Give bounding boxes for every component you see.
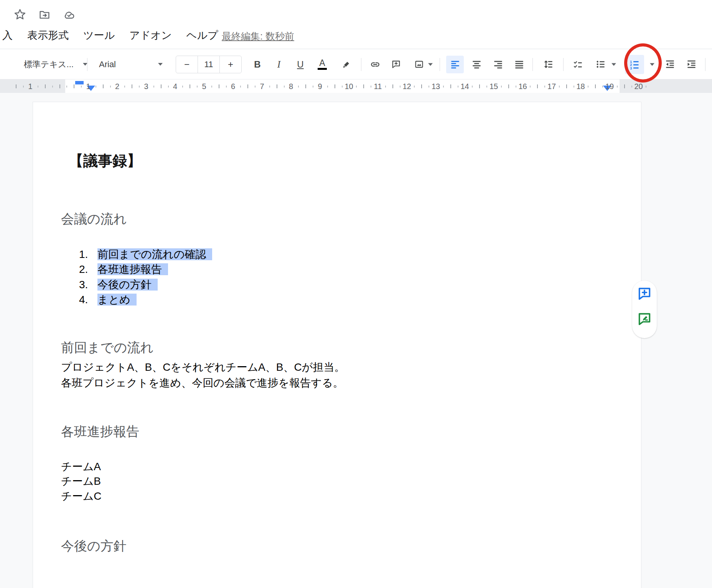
add-comment-side-button[interactable] <box>636 285 653 302</box>
menu-help[interactable]: ヘルプ <box>186 28 218 42</box>
ruler-number: 6 <box>231 79 235 93</box>
ruler-tick <box>59 84 60 88</box>
bulleted-list-chevron-icon[interactable] <box>611 63 616 66</box>
heading-future-policy[interactable]: 今後の方針 <box>61 537 127 555</box>
list-item[interactable]: 2.各班進捗報告 <box>79 262 168 277</box>
list-item[interactable]: 3.今後の方針 <box>79 277 158 292</box>
suggest-edit-side-button[interactable] <box>636 311 653 327</box>
team-line[interactable]: チームB <box>61 474 101 489</box>
list-number: 2. <box>79 263 97 276</box>
menu-insert-partial[interactable]: 入 <box>2 28 13 42</box>
text-color-button[interactable]: A <box>314 56 331 73</box>
checklist-icon <box>573 59 583 69</box>
align-center-button[interactable] <box>468 56 485 73</box>
decrease-font-size-button[interactable]: − <box>176 56 198 73</box>
ruler-tick <box>335 84 335 88</box>
document-page[interactable]: 【議事録】 会議の流れ 1.前回までの流れの確認 2.各班進捗報告 3.今後の方… <box>33 102 641 588</box>
paragraph-style-select[interactable]: 標準テキス... <box>24 59 87 70</box>
insert-image-button[interactable] <box>410 56 427 73</box>
ruler-margin-left <box>0 79 65 93</box>
paragraph-line[interactable]: プロジェクトA、B、CをそれぞれチームA、B、Cが担当。 <box>61 360 345 375</box>
ruler-tick <box>124 86 125 88</box>
ruler-tick <box>544 86 545 88</box>
ruler-tick <box>472 86 473 88</box>
ruler-tick <box>139 86 140 88</box>
heading-meeting-flow[interactable]: 会議の流れ <box>61 210 127 228</box>
side-action-pill <box>632 281 657 338</box>
ruler-tick <box>103 84 104 88</box>
add-comment-icon <box>637 286 652 301</box>
checklist-button[interactable] <box>569 56 586 73</box>
chevron-down-icon <box>158 63 163 66</box>
increase-font-size-button[interactable]: + <box>220 56 241 73</box>
bulleted-list-button[interactable] <box>592 56 609 73</box>
font-family-value: Arial <box>99 59 116 69</box>
toolbar-divider <box>705 58 705 71</box>
ruler-number: 16 <box>518 79 527 93</box>
ruler-tick <box>574 86 574 88</box>
menu-tools[interactable]: ツール <box>83 28 115 42</box>
font-size-value[interactable]: 11 <box>198 56 220 73</box>
font-family-select[interactable]: Arial <box>99 59 163 69</box>
align-left-button[interactable] <box>446 56 464 73</box>
decrease-indent-button[interactable] <box>661 56 678 73</box>
image-options-chevron-icon[interactable] <box>428 63 433 66</box>
horizontal-ruler[interactable]: 11234567891011121314151617181920 <box>0 79 712 93</box>
doc-title[interactable]: 【議事録】 <box>69 151 142 171</box>
add-comment-button[interactable] <box>387 56 404 73</box>
heading-progress-report[interactable]: 各班進捗報告 <box>61 423 139 441</box>
underline-button[interactable]: U <box>292 56 309 73</box>
ruler-tick <box>240 86 241 88</box>
selected-text[interactable]: 前回までの流れの確認 <box>97 248 212 260</box>
toolbar-divider <box>361 58 361 71</box>
align-center-icon <box>471 59 482 69</box>
heading-previous-flow[interactable]: 前回までの流れ <box>61 339 153 357</box>
align-right-button[interactable] <box>490 56 506 73</box>
team-line[interactable]: チームA <box>61 459 101 474</box>
line-spacing-button[interactable] <box>540 56 557 73</box>
last-edit-link[interactable]: 最終編集: 数秒前 <box>222 30 294 43</box>
ruler-tick <box>327 86 328 88</box>
ruler-tick <box>595 84 596 88</box>
font-size-control: − 11 + <box>176 56 242 73</box>
ruler-tick <box>530 86 531 88</box>
ruler-tick <box>363 84 364 88</box>
bold-button[interactable]: B <box>249 56 266 73</box>
insert-link-button[interactable] <box>367 56 384 73</box>
move-folder-icon[interactable] <box>38 8 51 21</box>
list-item[interactable]: 1.前回までの流れの確認 <box>79 247 212 262</box>
align-right-icon <box>493 59 503 69</box>
numbered-list-chevron-icon[interactable] <box>650 63 654 66</box>
paragraph-line[interactable]: 各班プロジェクトを進め、今回の会議で進捗を報告する。 <box>61 376 344 390</box>
highlight-color-button[interactable] <box>338 56 354 73</box>
ruler-tick <box>211 86 212 88</box>
list-number: 1. <box>79 248 97 261</box>
ruler-tick <box>284 86 285 88</box>
list-item[interactable]: 4.まとめ <box>79 292 137 307</box>
menu-format[interactable]: 表示形式 <box>27 28 69 42</box>
formatting-toolbar: 標準テキス... Arial − 11 + B I U A <box>0 50 712 79</box>
ruler-tick <box>298 86 299 88</box>
selected-text[interactable]: 各班進捗報告 <box>97 263 168 275</box>
team-line[interactable]: チームC <box>61 489 102 504</box>
justify-button[interactable] <box>511 56 527 73</box>
ruler-margin-right <box>620 79 712 93</box>
selected-text[interactable]: 今後の方針 <box>97 279 158 291</box>
ruler-number: 2 <box>115 79 119 93</box>
increase-indent-button[interactable] <box>683 56 700 73</box>
ruler-tick <box>110 86 111 88</box>
menu-bar: 入 表示形式 ツール アドオン ヘルプ <box>2 28 218 42</box>
cloud-check-icon[interactable] <box>62 8 76 21</box>
selected-text[interactable]: まとめ <box>97 294 137 306</box>
menu-addons[interactable]: アドオン <box>129 28 172 42</box>
ruler-tick <box>16 84 16 88</box>
numbered-list-button[interactable]: 1 2 3 <box>625 55 644 74</box>
star-icon[interactable] <box>13 8 27 21</box>
ruler-number: 9 <box>318 79 322 93</box>
italic-button[interactable]: I <box>270 56 287 73</box>
google-docs-window: 入 表示形式 ツール アドオン ヘルプ 最終編集: 数秒前 標準テキス... A… <box>0 0 712 588</box>
ruler-tick <box>588 86 588 88</box>
ruler-number: 4 <box>173 79 177 93</box>
first-line-indent-marker[interactable] <box>75 81 84 84</box>
text-color-icon: A <box>318 59 327 70</box>
